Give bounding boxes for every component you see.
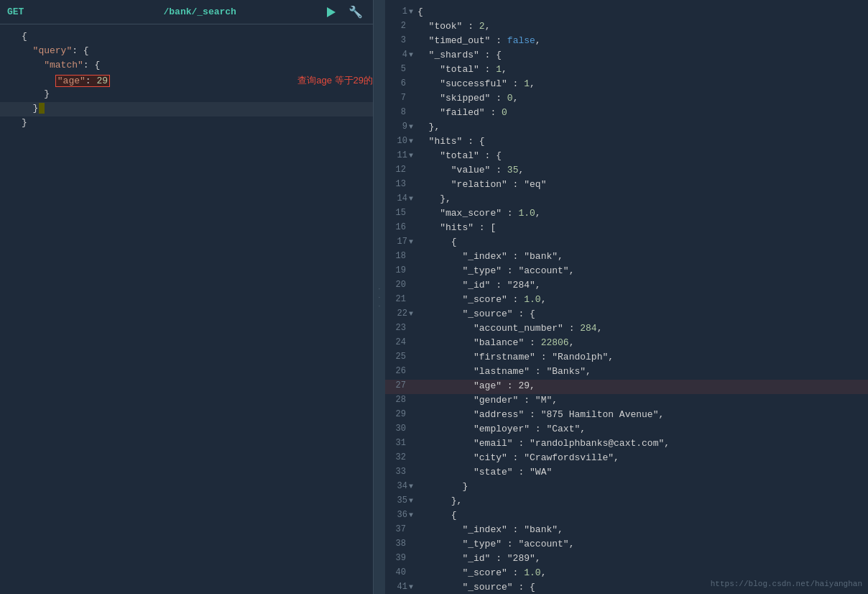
fold-arrow-icon[interactable]: ▼ [409,583,413,591]
line-number: 35 [397,495,407,506]
fold-arrow-icon[interactable]: ▼ [409,137,413,145]
right-code-line: 36▼ { [385,509,868,524]
right-code-line: 15 "max_score" : 1.0, [385,207,868,221]
right-code-line: 7 "skipped" : 0, [385,92,868,106]
wrench-icon: 🔧 [348,5,363,19]
right-code-line: 33 "state" : "WA" [385,466,868,480]
right-code-line: 5 "total" : 1, [385,63,868,78]
fold-arrow-icon[interactable]: ▼ [409,497,413,505]
fold-arrow-icon[interactable]: ▼ [409,483,413,490]
right-code-line: 14▼ }, [385,193,868,207]
fold-arrow-icon[interactable]: ▼ [409,152,413,160]
right-code-line: 3 "timed_out" : false, [385,35,868,49]
right-code-line: 17▼ { [385,236,868,250]
line-number: 30 [396,424,406,434]
right-code-line: 28 "gender" : "M", [385,394,868,408]
line-number: 3 [401,35,406,45]
right-code-line: 24 "balance" : 22806, [385,337,868,351]
right-code-line: 30 "employer" : "Caxt", [385,423,868,437]
right-code-line: 27 "age" : 29, [385,380,868,394]
fold-arrow-icon[interactable]: ▼ [409,8,413,16]
right-code-line: 37 "_index" : "bank", [385,524,868,538]
fold-arrow-icon[interactable]: ▼ [409,238,413,246]
line-number: 28 [396,395,406,405]
right-code-line: 20 "_id" : "284", [385,279,868,293]
right-code-line: 13 "relation" : "eq" [385,178,868,193]
right-code-line: 6 "successful" : 1, [385,78,868,92]
line-number: 26 [396,366,406,376]
run-button[interactable] [324,6,338,19]
right-editor: 1▼{2 "took" : 2,3 "timed_out" : false,4▼… [385,0,868,594]
right-code-line: 32 "city" : "Crawfordsville", [385,452,868,466]
method-url: GET [7,6,161,17]
right-code-line: 38 "_type" : "account", [385,538,868,552]
right-code-line: 2 "took" : 2, [385,20,868,35]
settings-button[interactable]: 🔧 [346,4,366,20]
right-code-line: 10▼ "hits" : { [385,135,868,150]
line-number: 20 [396,280,406,290]
line-number: 34 [397,481,407,491]
line-number: 14 [397,193,407,204]
line-number: 17 [397,237,407,247]
right-panel: 1▼{2 "took" : 2,3 "timed_out" : false,4▼… [385,0,868,594]
left-toolbar: GET /bank/_search 🔧 [0,0,373,24]
left-code-line: "query": { [0,45,373,59]
fold-arrow-icon[interactable]: ▼ [409,123,413,131]
left-code-line: } [0,88,373,102]
right-code-line: 16 "hits" : [ [385,221,868,236]
line-number: 41 [397,582,407,592]
fold-arrow-icon[interactable]: ▼ [409,511,413,519]
line-number: 1 [402,6,407,17]
left-code-line: } [0,116,373,131]
line-number: 23 [396,323,406,333]
left-code-line: "match": { [0,59,373,73]
line-number: 15 [396,208,406,218]
right-code-line: 34▼ } [385,480,868,495]
right-code-line: 39 "_id" : "289", [385,552,868,567]
right-code-line: 22▼ "_source" : { [385,308,868,322]
right-code-line: 9▼ }, [385,121,868,135]
line-number: 5 [401,64,406,74]
line-number: 24 [396,337,406,347]
right-code-line: 31 "email" : "randolphbanks@caxt.com", [385,437,868,452]
line-number: 39 [396,553,406,563]
left-panel: GET /bank/_search 🔧 { "query": { "match"… [0,0,374,594]
watermark: https://blog.csdn.net/haiyanghan [711,580,862,588]
fold-arrow-icon[interactable]: ▼ [409,51,413,59]
right-code-line: 29 "address" : "875 Hamilton Avenue", [385,408,868,423]
right-code-line: 18 "_index" : "bank", [385,250,868,265]
line-number: 19 [396,265,406,275]
left-code-line-current: } [0,102,373,116]
fold-arrow-icon[interactable]: ▼ [409,195,413,203]
line-number: 18 [396,251,406,261]
panel-divider[interactable]: · · · [374,0,385,594]
left-code-line: { [0,30,373,45]
line-number: 37 [396,524,406,534]
line-number: 21 [396,294,406,304]
right-code-line: 4▼ "_shards" : { [385,49,868,63]
right-code-line: 12 "value" : 35, [385,164,868,178]
left-editor: { "query": { "match": { "age": 29 查询age … [0,24,373,594]
right-code-line: 1▼{ [385,6,868,20]
right-code-line: 8 "failed" : 0 [385,106,868,121]
right-code-line: 40 "_score" : 1.0, [385,567,868,581]
line-number: 11 [397,150,407,160]
line-number: 10 [397,136,407,146]
match-age-comment: 查询age 等于29的 [297,74,373,87]
line-number: 33 [396,467,406,477]
line-number: 16 [396,222,406,232]
fold-arrow-icon[interactable]: ▼ [409,310,413,318]
line-number: 38 [396,539,406,549]
right-code-line: 23 "account_number" : 284, [385,322,868,337]
line-number: 9 [402,122,407,132]
line-number: 8 [401,107,406,117]
right-code-line: 26 "lastname" : "Banks", [385,365,868,380]
line-number: 25 [396,352,406,362]
line-number: 29 [396,409,406,419]
line-number: 32 [396,452,406,462]
url-path: /bank/_search [164,6,318,17]
right-code-line: 35▼ }, [385,495,868,509]
line-number: 13 [396,179,406,189]
right-code-line: 19 "_type" : "account", [385,265,868,279]
line-number: 7 [401,93,406,103]
